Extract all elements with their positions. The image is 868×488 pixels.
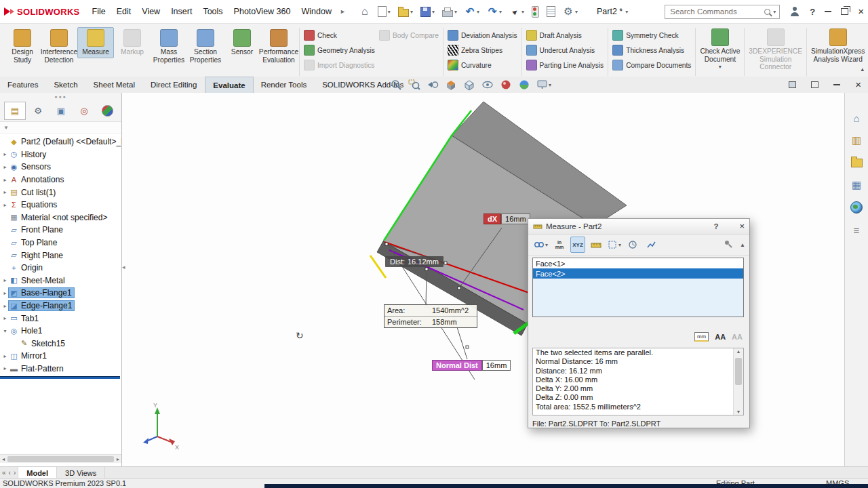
undo-button[interactable]: ▾	[463, 5, 481, 18]
area-perimeter-callout[interactable]: Area: 1540mm^2 Perimeter: 158mm	[384, 304, 477, 328]
ribbon-button-deviation-analysis[interactable]: Deviation Analysis	[446, 29, 519, 41]
tree-item-mirror1[interactable]: ▸◫Mirror1	[1, 350, 121, 363]
options-button[interactable]: ▾	[561, 5, 579, 18]
ribbon-collapse-chevron-icon[interactable]: ▴	[861, 66, 864, 73]
selection-item-face-1[interactable]: Face<1>	[533, 258, 743, 268]
ribbon-button-parting-line-analysis[interactable]: Parting Line Analysis	[524, 59, 606, 71]
units-badge[interactable]: mm	[694, 332, 709, 342]
dx-callout[interactable]: dX 16mm	[484, 214, 530, 224]
ribbon-button-thickness-analysis[interactable]: Thickness Analysis	[610, 44, 693, 56]
tree-item-right-plane[interactable]: ▱Right Plane	[1, 249, 121, 262]
search-icon[interactable]	[764, 9, 770, 15]
scroll-down-icon[interactable]: ▼	[734, 409, 743, 414]
ribbon-button-zebra-stripes[interactable]: Zebra Stripes	[446, 44, 519, 56]
ribbon-button-geometry-analysis[interactable]: Geometry Analysis	[302, 44, 377, 56]
select-dropdown-icon[interactable]: ▾	[521, 9, 524, 15]
tree-item-tab1[interactable]: ▸▭Tab1	[1, 312, 121, 325]
doc-restore-group-icon[interactable]	[789, 81, 796, 88]
results-scrollbar[interactable]: ▲ ▼	[733, 348, 743, 415]
help-icon[interactable]: ?	[810, 7, 815, 17]
tab-direct-editing[interactable]: Direct Editing	[143, 77, 205, 93]
previous-view-icon[interactable]	[427, 79, 439, 91]
filter-icon[interactable]: ▼	[3, 125, 9, 131]
expand-arrow-icon[interactable]: ▸	[1, 151, 9, 157]
doc-tab-model[interactable]: Model	[18, 467, 57, 479]
panel-collapse-arrow-icon[interactable]: ◂	[122, 264, 125, 270]
tab-features[interactable]: Features	[0, 77, 46, 93]
new-document-dropdown-icon[interactable]: ▾	[388, 9, 391, 15]
expand-arrow-icon[interactable]: ▸	[1, 202, 9, 208]
tree-item-top-plane[interactable]: ▱Top Plane	[1, 237, 121, 249]
tree-item-flat-pattern[interactable]: ▸▬Flat-Pattern	[1, 363, 121, 375]
ribbon-button-interference-detection[interactable]: InterferenceDetection	[41, 27, 77, 66]
text-smaller-button[interactable]: AA	[732, 333, 743, 341]
dialog-close-button[interactable]: ×	[739, 222, 745, 231]
view-palette-icon[interactable]: ▦	[849, 178, 864, 192]
scroll-up-icon[interactable]: ▲	[734, 349, 743, 354]
menu-view[interactable]: View	[136, 5, 165, 18]
collapse-dialog-button[interactable]: ▲	[740, 242, 745, 248]
menu-window[interactable]: Window	[296, 5, 336, 18]
expand-arrow-icon[interactable]: ▸	[1, 290, 9, 296]
expand-arrow-icon[interactable]: ▸	[1, 164, 9, 170]
menu-photoview-360[interactable]: PhotoView 360	[229, 5, 296, 18]
measure-dialog[interactable]: Measure - Part2 ? × ▾ inmm XYZ ▾ ▲	[528, 218, 750, 428]
edit-appearance-icon[interactable]	[500, 79, 512, 91]
home-button[interactable]	[358, 5, 372, 18]
hide-show-items-icon[interactable]	[481, 79, 494, 91]
open-document-button[interactable]: ▾	[397, 6, 414, 17]
expand-arrow-icon[interactable]: ▸	[1, 303, 9, 309]
tree-item-sketch15[interactable]: ✎Sketch15	[12, 338, 121, 350]
expand-arrow-icon[interactable]: ▸	[1, 353, 9, 359]
rebuild-button[interactable]	[530, 5, 540, 19]
tab-scroll-right-button[interactable]: ›	[14, 469, 16, 476]
ribbon-button-compare-documents[interactable]: Compare Documents	[610, 59, 693, 71]
propertymanager-tab[interactable]: ⚙	[27, 102, 49, 120]
display-style-icon[interactable]	[463, 79, 475, 91]
section-view-icon[interactable]	[445, 79, 457, 91]
open-document-dropdown-icon[interactable]: ▾	[410, 9, 413, 15]
measure-history-button[interactable]	[625, 237, 640, 253]
dropdown-icon[interactable]: ▾	[719, 64, 722, 70]
ribbon-button-curvature[interactable]: Curvature	[446, 59, 519, 71]
apply-scene-icon[interactable]	[518, 79, 530, 91]
print-button[interactable]: ▾	[441, 7, 458, 16]
panel-grip[interactable]: ●●●	[0, 93, 121, 100]
tree-horizontal-scrollbar[interactable]: ◂ ▸	[0, 454, 121, 463]
scroll-left-icon[interactable]: ◂	[1, 456, 6, 462]
new-document-button[interactable]: ▾	[376, 5, 392, 18]
scroll-right-icon[interactable]: ▸	[115, 456, 121, 462]
search-dropdown-icon[interactable]: ▾	[773, 9, 776, 15]
tab-scroll-start-button[interactable]: «	[2, 469, 6, 476]
create-sensor-button[interactable]	[644, 237, 658, 253]
tree-item-history[interactable]: ▸◷History	[1, 148, 121, 161]
menu-tools[interactable]: Tools	[197, 5, 228, 18]
distance-callout[interactable]: Dist: 16.12mm	[385, 256, 443, 267]
measure-dialog-titlebar[interactable]: Measure - Part2 ? ×	[528, 219, 749, 235]
undo-dropdown-icon[interactable]: ▾	[477, 9, 479, 15]
options-dropdown-icon[interactable]: ▾	[575, 9, 578, 15]
file-explorer-icon[interactable]: ▥	[849, 133, 864, 148]
tree-item-hole1[interactable]: ▾◎Hole1	[1, 325, 121, 338]
expand-arrow-icon[interactable]: ▸	[1, 189, 9, 195]
dimxpertmanager-tab[interactable]: ◎	[73, 102, 95, 120]
menu-edit[interactable]: Edit	[111, 5, 137, 18]
expand-arrow-icon[interactable]: ▾	[1, 328, 9, 334]
graphics-viewport[interactable]: ◂ ↻ dX 16mm Dist: 16.12mm Area: 1540mm^2…	[122, 93, 844, 466]
appearances-scenes-icon[interactable]	[849, 200, 864, 215]
ribbon-button-design-study[interactable]: DesignStudy	[4, 27, 41, 66]
units-precision-button[interactable]: inmm	[552, 237, 567, 253]
rollback-bar[interactable]	[0, 376, 120, 379]
restore-button[interactable]	[841, 8, 848, 15]
tree-item-edge-flange1[interactable]: ▸◪Edge-Flange1	[1, 300, 121, 312]
home-tab-icon[interactable]: ⌂	[849, 110, 864, 125]
results-scroll-thumb[interactable]	[735, 358, 742, 385]
minimize-button[interactable]	[825, 11, 831, 12]
tree-item-cut-list-1[interactable]: ▸▤Cut list(1)	[1, 186, 121, 199]
document-switch-dropdown-icon[interactable]: ▾	[625, 9, 628, 15]
scrollbar-thumb[interactable]	[7, 456, 114, 462]
expand-arrow-icon[interactable]: ▸	[1, 315, 9, 321]
ribbon-button-draft-analysis[interactable]: Draft Analysis	[524, 29, 606, 41]
ribbon-button-section-properties[interactable]: SectionProperties	[187, 27, 224, 66]
ribbon-button-check[interactable]: Check	[302, 29, 377, 41]
